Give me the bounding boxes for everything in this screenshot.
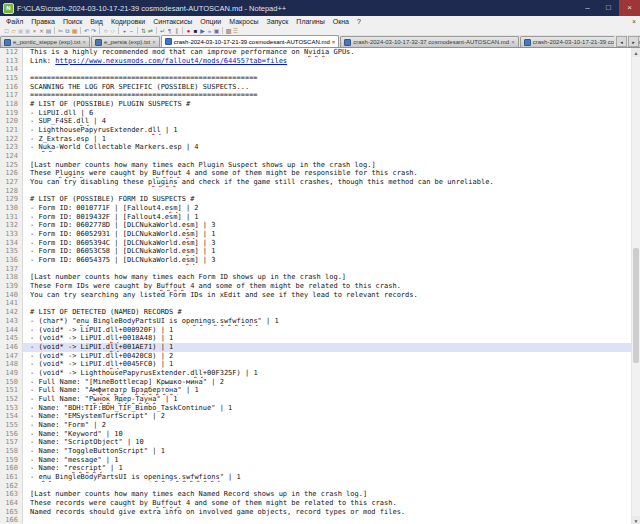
copy-icon[interactable]: ⧉ bbox=[64, 27, 71, 35]
tab[interactable]: e_pontic_steppe (exp).txt× bbox=[0, 36, 90, 47]
editor-line[interactable]: 124 bbox=[0, 152, 632, 161]
editor-line[interactable]: 149- (void* -> LighthousePapyrusExtender… bbox=[0, 369, 632, 378]
editor-line[interactable]: 122- Z_Extras.esp | 1 bbox=[0, 135, 632, 144]
editor-line[interactable]: 118# LIST OF (POSSIBLE) PLUGIN SUSPECTS … bbox=[0, 100, 632, 109]
tab-scroll-left-icon[interactable]: ◂ bbox=[616, 36, 627, 47]
editor-line[interactable]: 140You can try searching any listed Form… bbox=[0, 291, 632, 300]
editor-line[interactable]: 155- Name: "Form" | 2 bbox=[0, 421, 632, 430]
tab-active[interactable]: crash-2024-03-10-17-21-39 cosmodesant-AU… bbox=[161, 35, 339, 47]
menu-item-макросы[interactable]: Макросы bbox=[225, 18, 262, 25]
editor-line[interactable]: 160- Name: "rescript" | 1 bbox=[0, 464, 632, 473]
scroll-up-icon[interactable]: ▲ bbox=[632, 48, 640, 57]
close-all-icon[interactable]: ⨯ bbox=[38, 27, 45, 35]
menu-item-поиск[interactable]: Поиск bbox=[59, 18, 86, 25]
editor-line[interactable]: 139These Form IDs were caught by Buffout… bbox=[0, 282, 632, 291]
editor-line[interactable]: 162 bbox=[0, 482, 632, 491]
editor-line[interactable]: 132- Form ID: 0602778D | [DLCNukaWorld.e… bbox=[0, 221, 632, 230]
open-folder-icon[interactable]: ▱ bbox=[10, 27, 17, 35]
indent-guide-icon[interactable]: ∥ bbox=[173, 27, 180, 35]
menu-item-синтаксисы[interactable]: Синтаксисы bbox=[149, 18, 196, 25]
menu-item--[interactable]: ? bbox=[353, 18, 365, 25]
menu-item-правка[interactable]: Правка bbox=[27, 18, 59, 25]
editor-line[interactable]: 136- Form ID: 06054375 | [DLCNukaWorld.e… bbox=[0, 256, 632, 265]
hyperlink[interactable]: https://www.nexusmods.com/fallout4/mods/… bbox=[55, 57, 287, 65]
scroll-down-icon[interactable]: ▼ bbox=[632, 516, 640, 524]
editor-line[interactable]: 153- Name: "BDH:TIF:BDH_TIF_Bimbo_TaskCo… bbox=[0, 404, 632, 413]
tab-close-icon[interactable]: × bbox=[332, 39, 336, 45]
vertical-scrollbar[interactable]: ▲ ▼ bbox=[631, 48, 640, 524]
document-list-icon[interactable]: ☰ bbox=[232, 27, 239, 35]
editor-line[interactable]: 141 bbox=[0, 299, 632, 308]
editor-line[interactable]: 144- (void* -> LiPUI.dll+000920F) | 1 bbox=[0, 326, 632, 335]
menu-item-окна[interactable]: Окна bbox=[329, 18, 353, 25]
editor-line[interactable]: 156- Name: "Keyword" | 10 bbox=[0, 430, 632, 439]
editor-line[interactable]: 158- Name: "ToggleButtonScript" | 1 bbox=[0, 447, 632, 456]
menu-item-опции[interactable]: Опции bbox=[196, 18, 225, 25]
paste-icon[interactable]: ▦ bbox=[71, 27, 78, 35]
editor-line[interactable]: 120- SUP_F4SE.dll | 4 bbox=[0, 117, 632, 126]
editor-line[interactable]: 127You can try disabling these plugins a… bbox=[0, 178, 632, 187]
editor-line[interactable]: 143- (char*) "enu BingleBodyPartsUI is o… bbox=[0, 317, 632, 326]
editor-line[interactable]: 152- Full Name: "Рынок Ядер-Тауна" | 1 bbox=[0, 395, 632, 404]
editor-line[interactable]: 146- (void* -> LiPUI.dll+001AE71) | 1 bbox=[0, 343, 632, 352]
editor-line[interactable]: 134- Form ID: 0605394C | [DLCNukaWorld.e… bbox=[0, 239, 632, 248]
menu-item-файл[interactable]: Файл bbox=[2, 18, 27, 25]
editor-line[interactable]: 125[Last number counts how many times ea… bbox=[0, 161, 632, 170]
maximize-button[interactable]: □ bbox=[598, 0, 619, 16]
editor-line[interactable]: 147- (void* -> LiPUI.dll+00420C8) | 2 bbox=[0, 352, 632, 361]
close-icon[interactable]: × bbox=[31, 27, 38, 35]
editor-line[interactable]: 159- Name: "message" | 1 bbox=[0, 456, 632, 465]
editor-line[interactable]: 119- LiPUI.dll | 6 bbox=[0, 109, 632, 118]
zoom-in-icon[interactable]: + bbox=[121, 27, 128, 35]
new-file-icon[interactable]: □ bbox=[3, 27, 10, 35]
cut-icon[interactable]: ✂ bbox=[57, 27, 64, 35]
save-macro-icon[interactable]: ▣ bbox=[213, 27, 220, 35]
scrollbar-thumb[interactable] bbox=[633, 248, 639, 363]
editor-line[interactable]: 113Link: https://www.nexusmods.com/fallo… bbox=[0, 57, 632, 66]
editor-line[interactable]: 129# LIST OF (POSSIBLE) FORM ID SUSPECTS… bbox=[0, 195, 632, 204]
show-all-characters-icon[interactable]: ¶ bbox=[166, 27, 173, 35]
editor-line[interactable]: 130- Form ID: 0010771F | [Fallout4.esm] … bbox=[0, 204, 632, 213]
word-wrap-icon[interactable]: ↵ bbox=[159, 27, 166, 35]
editor-line[interactable]: 164These records were caught by Buffout … bbox=[0, 499, 632, 508]
editor-line[interactable]: 151- Full Name: "Амфитеатр Брэдбертона" … bbox=[0, 386, 632, 395]
editor-line[interactable]: 131- Form ID: 0019432F | [Fallout4.esm] … bbox=[0, 213, 632, 222]
editor-line[interactable]: 115=====================================… bbox=[0, 74, 632, 83]
editor-line[interactable]: 166 bbox=[0, 516, 632, 524]
redo-icon[interactable]: ↷ bbox=[90, 27, 97, 35]
menu-item-вид[interactable]: Вид bbox=[86, 18, 107, 25]
tab[interactable]: e_persia (exp).txt× bbox=[91, 36, 160, 47]
editor-line[interactable]: 148- (void* -> LiPUI.dll+0045FC0) | 1 bbox=[0, 360, 632, 369]
menu-item-запуск[interactable]: Запуск bbox=[262, 18, 292, 25]
find-icon[interactable]: ○ bbox=[102, 27, 109, 35]
editor-line[interactable]: 150- Full Name: "[MineBottlecap] Крышко-… bbox=[0, 378, 632, 387]
editor-line[interactable]: 117=====================================… bbox=[0, 91, 632, 100]
editor-line[interactable]: 163[Last number counts how many times ea… bbox=[0, 490, 632, 499]
editor-line[interactable]: 145- (void* -> LiPUI.dll+0018A48) | 1 bbox=[0, 334, 632, 343]
editor-line[interactable]: 142# LIST OF DETECTED (NAMED) RECORDS # bbox=[0, 308, 632, 317]
stop-macro-icon[interactable]: ■ bbox=[192, 27, 199, 35]
tab-close-icon[interactable]: × bbox=[82, 39, 86, 45]
undo-icon[interactable]: ↶ bbox=[83, 27, 90, 35]
editor-line[interactable]: 165Named records should give extra info … bbox=[0, 508, 632, 517]
editor-line[interactable]: 116SCANNING THE LOG FOR SPECIFIC (POSSIB… bbox=[0, 83, 632, 92]
editor-line[interactable]: 133- Form ID: 06052931 | [DLCNukaWorld.e… bbox=[0, 230, 632, 239]
editor-line[interactable]: 138[Last number counts how many times ea… bbox=[0, 273, 632, 282]
editor-line[interactable]: 161- enu BingleBodyPartsUI is openings.s… bbox=[0, 473, 632, 482]
editor-line[interactable]: 128 bbox=[0, 187, 632, 196]
editor-line[interactable]: 112This is a highly recommended mod that… bbox=[0, 48, 632, 57]
play-macro-icon[interactable]: ▶ bbox=[199, 27, 206, 35]
editor-line[interactable]: 157- Name: "ScriptObject" | 10 bbox=[0, 438, 632, 447]
run-macro-multiple-icon[interactable]: » bbox=[206, 27, 213, 35]
editor-line[interactable]: 126These Plugins were caught by Buffout … bbox=[0, 169, 632, 178]
menu-item-плагины[interactable]: Плагины bbox=[292, 18, 328, 25]
sync-vertical-icon[interactable]: ⇅ bbox=[140, 27, 147, 35]
editor-line[interactable]: 123- Nuka-World Collectable Markers.esp … bbox=[0, 143, 632, 152]
print-icon[interactable]: ▤ bbox=[45, 27, 52, 35]
minimize-button[interactable]: – bbox=[577, 0, 598, 16]
editor-line[interactable]: 114 bbox=[0, 65, 632, 74]
record-macro-icon[interactable]: ● bbox=[185, 27, 192, 35]
close-button[interactable]: × bbox=[619, 0, 640, 16]
editor-line[interactable]: 121- LighthousePapyrusExtender.dll | 1 bbox=[0, 126, 632, 135]
zoom-out-icon[interactable]: − bbox=[128, 27, 135, 35]
